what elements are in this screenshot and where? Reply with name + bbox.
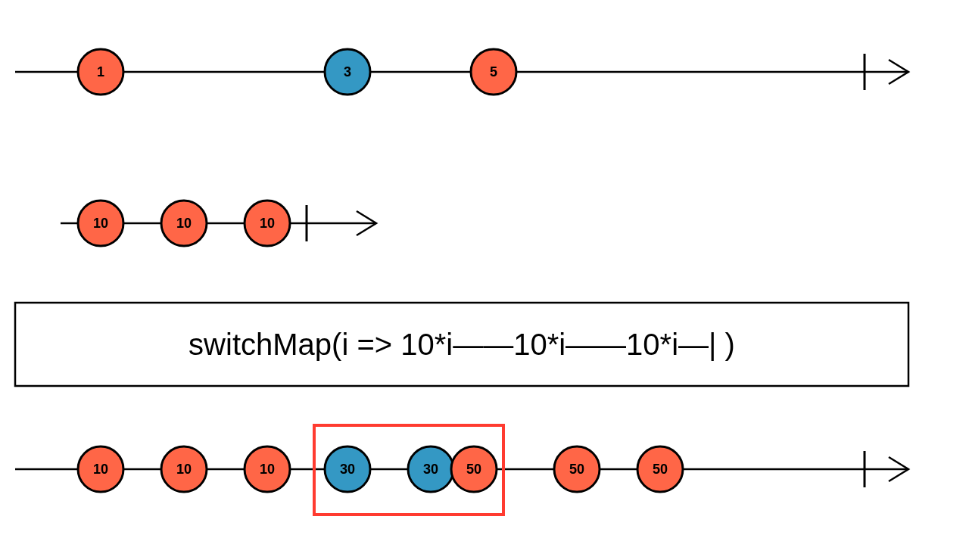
marble-label: 10: [260, 216, 275, 231]
inner-timeline: 101010: [61, 201, 376, 246]
marble-50: 50: [637, 446, 683, 492]
marble-10: 10: [161, 446, 207, 492]
marble-30: 30: [325, 446, 370, 492]
marble-label: 5: [490, 64, 497, 79]
marble-10: 10: [245, 201, 290, 246]
marble-10: 10: [78, 201, 123, 246]
marble-label: 30: [423, 462, 438, 477]
marble-label: 10: [93, 216, 108, 231]
marble-label: 50: [653, 462, 668, 477]
marble-1: 1: [78, 49, 123, 95]
marble-label: 1: [97, 64, 104, 79]
marble-10: 10: [78, 446, 123, 492]
marble-label: 50: [466, 462, 481, 477]
source-timeline: 135: [15, 49, 908, 95]
marble-label: 10: [260, 462, 275, 477]
marble-diagram: 135101010switchMap(i => 10*i——10*i——10*i…: [0, 0, 969, 560]
marble-label: 3: [344, 64, 351, 79]
marble-label: 50: [569, 462, 584, 477]
marble-50: 50: [554, 446, 600, 492]
marble-3: 3: [325, 49, 370, 95]
marble-50: 50: [451, 446, 497, 492]
marble-5: 5: [471, 49, 516, 95]
marble-label: 30: [340, 462, 355, 477]
marble-label: 10: [176, 462, 192, 477]
marble-label: 10: [176, 216, 192, 231]
marble-30: 30: [408, 446, 453, 492]
marble-label: 10: [93, 462, 108, 477]
marble-10: 10: [161, 201, 207, 246]
operator-label: switchMap(i => 10*i——10*i——10*i—| ): [189, 328, 735, 361]
marble-10: 10: [245, 446, 290, 492]
